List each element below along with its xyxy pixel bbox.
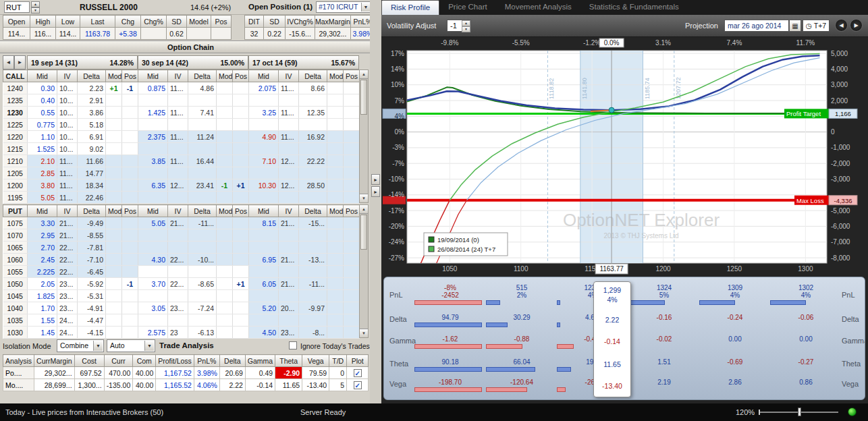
pos-cell[interactable] [344,314,360,327]
mid-cell[interactable] [138,266,168,278]
pos-cell[interactable] [122,302,138,314]
plot-checkbox[interactable]: ✓ [354,381,362,389]
mid-cell[interactable]: 2.45 [28,254,57,266]
pos-cell[interactable] [344,266,360,278]
mid-cell[interactable] [249,94,279,107]
pos-cell[interactable] [233,302,249,314]
mode-cell[interactable] [106,167,122,179]
pos-cell[interactable] [344,302,360,314]
mid-cell[interactable]: 5.20 [249,302,279,314]
pos-cell[interactable] [122,167,138,179]
mid-cell[interactable] [249,290,279,302]
projection-forward-button[interactable]: ▶ [850,19,863,32]
pos-cell[interactable] [344,179,360,192]
pos-cell[interactable] [122,131,138,143]
mid-cell[interactable] [249,119,279,131]
mid-cell[interactable] [249,143,279,155]
mode-cell[interactable] [217,217,233,229]
expiry-header[interactable]: 17 oct 14 (59)15.67% [248,55,359,69]
mode-cell[interactable] [327,131,344,143]
mode-cell[interactable] [327,82,344,94]
mode-cell[interactable] [217,229,233,242]
pos-cell[interactable] [122,94,138,107]
strike-cell[interactable]: 1065 [3,242,28,254]
pos-cell[interactable] [122,327,138,339]
pos-cell[interactable] [122,143,138,155]
mode-cell[interactable] [217,167,233,179]
mode-cell[interactable] [327,290,344,302]
pos-cell[interactable] [233,107,249,119]
mode-cell[interactable] [327,119,344,131]
pos-cell[interactable] [344,143,360,155]
pos-cell[interactable] [233,131,249,143]
mode-cell[interactable] [217,131,233,143]
mid-cell[interactable]: 1.825 [28,290,57,302]
pos-cell[interactable] [233,155,249,167]
mode-cell[interactable] [217,192,233,204]
mid-cell[interactable]: 3.30 [28,217,57,229]
strike-cell[interactable]: 1030 [3,327,28,339]
strike-cell[interactable]: 1075 [3,217,28,229]
pos-cell[interactable] [344,278,360,290]
strike-cell[interactable]: 1240 [3,82,28,94]
strike-cell[interactable]: 1055 [3,266,28,278]
mode-cell[interactable] [106,254,122,266]
mode-cell[interactable] [106,192,122,204]
splitter-expand-icon[interactable]: ► [371,186,380,197]
pos-cell[interactable] [122,155,138,167]
scroll-up-icon[interactable]: ▲ [360,205,368,214]
scroll-down-icon[interactable]: ▼ [360,194,368,202]
call-scrollbar[interactable]: ▲ ▼ [359,69,369,203]
mid-cell[interactable]: 6.35 [138,179,168,192]
mode-cell[interactable] [327,179,344,192]
mid-cell[interactable] [249,314,279,327]
pos-cell[interactable] [233,290,249,302]
pos-cell[interactable] [344,82,360,94]
strike-cell[interactable]: 1215 [3,143,28,155]
mid-cell[interactable]: 4.30 [138,254,168,266]
mid-cell[interactable]: 10.30 [249,179,279,192]
pos-cell[interactable] [122,229,138,242]
mode-cell[interactable] [217,254,233,266]
pos-cell[interactable] [344,217,360,229]
mode-cell[interactable] [327,302,344,314]
mode-cell[interactable] [106,266,122,278]
mode-cell[interactable] [217,266,233,278]
mid-cell[interactable]: 1.55 [28,314,57,327]
mid-cell[interactable]: 3.25 [249,107,279,119]
pos-cell[interactable] [233,94,249,107]
pos-cell[interactable] [233,119,249,131]
mode-cell[interactable] [217,242,233,254]
expiry-header[interactable]: 19 sep 14 (31)14.28% [27,55,138,69]
plot-checkbox[interactable]: ✓ [354,369,362,377]
mode-cell[interactable] [327,254,344,266]
strike-cell[interactable]: 1220 [3,131,28,143]
pos-cell[interactable] [233,229,249,242]
step-down-icon[interactable]: ▼ [31,7,40,13]
mode-cell[interactable] [106,217,122,229]
mid-cell[interactable]: 0.40 [28,94,57,107]
mid-cell[interactable] [138,192,168,204]
chain-scroll-right-button[interactable]: ► [14,55,26,69]
mode-cell[interactable] [106,119,122,131]
mode-cell[interactable] [327,107,344,119]
mid-cell[interactable]: 4.90 [249,131,279,143]
mode-cell[interactable] [327,327,344,339]
mid-cell[interactable]: 2.05 [28,278,57,290]
strike-cell[interactable]: 1040 [3,302,28,314]
scroll-up-icon[interactable]: ▲ [360,70,368,79]
projection-t-button[interactable]: ◷ T+7 [803,20,830,32]
mid-cell[interactable]: 4.50 [249,327,279,339]
mid-cell[interactable]: 3.85 [138,155,168,167]
mode-cell[interactable] [327,229,344,242]
put-scrollbar-thumb[interactable] [360,215,367,250]
pos-cell[interactable] [122,266,138,278]
tab-price-chart[interactable]: Price Chart [439,0,496,15]
mid-cell[interactable] [138,229,168,242]
strike-cell[interactable]: 1070 [3,229,28,242]
auto-mode-select[interactable]: Auto▼ [107,339,155,352]
pos-cell[interactable] [344,242,360,254]
mid-cell[interactable]: 1.425 [138,107,168,119]
pos-cell[interactable] [344,155,360,167]
mode-cell[interactable] [217,290,233,302]
